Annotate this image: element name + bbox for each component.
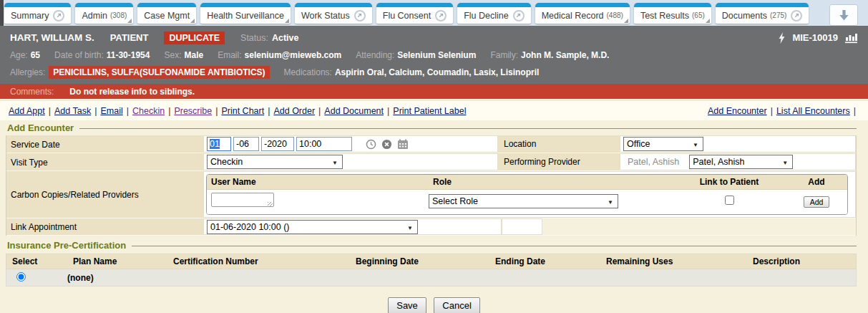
dropdown-fold-icon	[624, 19, 628, 23]
service-date-day-input[interactable]: -06	[233, 137, 259, 151]
insurance-heading: Insurance Pre-Certification	[7, 239, 857, 252]
family-field: Family:John M. Sample, M.D.	[490, 50, 609, 60]
link-checkin[interactable]: Checkin	[132, 106, 165, 116]
action-links-row: Add Appt| Add Task| Email| Checkin| Pres…	[0, 101, 868, 120]
patient-header: HART, WILLIAM S. PATIENT DUPLICATE Statu…	[0, 26, 868, 84]
dob-field: Date of birth:11-30-1954	[54, 50, 150, 60]
tab-case-mgmt[interactable]: Case Mgmt	[137, 3, 196, 24]
attending-field: Attending:Selenium Selenium	[356, 50, 476, 60]
link-appointment-label: Link Appointment	[6, 218, 203, 235]
link-add-encounter[interactable]: Add Encounter	[708, 106, 767, 116]
insurance-table: Select Plan Name Certification Number Be…	[6, 254, 857, 286]
comments-label: Comments:	[10, 87, 54, 97]
save-button[interactable]: Save	[388, 297, 426, 313]
dropdown-fold-icon	[190, 19, 195, 23]
sex-field: Sex:Male	[164, 50, 203, 60]
link-add-task[interactable]: Add Task	[54, 106, 91, 116]
age-field: Age:65	[10, 50, 40, 60]
lightning-icon[interactable]	[778, 32, 786, 44]
link-appointment-row: Link Appointment 01-06-2020 10:00 ()	[6, 218, 856, 236]
allergies-field: Allergies:PENICILLINS, SULFA(SULFONAMIDE…	[10, 67, 270, 77]
plan-name-cell: (none)	[67, 273, 167, 283]
insurance-table-row: (none)	[6, 269, 857, 286]
download-button[interactable]	[829, 4, 858, 26]
patient-tab-bar: Summary Admin (308) Case Mgmt Health Sur…	[0, 0, 868, 26]
role-header: Role	[429, 175, 665, 189]
down-arrow-icon	[838, 9, 850, 21]
carbon-copies-label: Carbon Copies/Related Providers	[6, 171, 203, 218]
flowsheet-chart-icon[interactable]	[844, 32, 858, 44]
external-link-icon	[791, 10, 802, 21]
patient-type-label: PATIENT	[110, 32, 149, 43]
cancel-button[interactable]: Cancel	[434, 297, 479, 313]
left-edge-sliver	[0, 0, 4, 26]
tab-flu-decline[interactable]: Flu Decline	[457, 3, 531, 24]
service-date-year-input[interactable]: -2020	[261, 137, 294, 151]
carbon-copies-box: User Name Role Link to Patient Add Selec…	[206, 174, 848, 215]
add-header: Add	[794, 175, 839, 189]
service-time-input[interactable]: 10:00	[296, 137, 352, 151]
section-title: Add Encounter	[7, 122, 74, 133]
precert-radio[interactable]	[16, 272, 26, 281]
carbon-copies-input-row: Select Role Add	[207, 190, 847, 214]
comments-bar: Comments: Do not release info to sibling…	[0, 84, 868, 101]
clock-icon[interactable]	[366, 139, 376, 150]
link-list-all-encounters[interactable]: List All Encounters	[776, 106, 850, 116]
add-encounter-heading: Add Encounter	[7, 121, 857, 135]
medications-field: Medications:Aspirin Oral, Calcium, Couma…	[284, 67, 540, 77]
performing-provider-text: Patel, Ashish	[628, 157, 679, 167]
user-name-header: User Name	[207, 175, 429, 189]
link-appointment-select[interactable]: 01-06-2020 10:00 ()	[207, 220, 418, 234]
carbon-copies-header: User Name Role Link to Patient Add	[207, 175, 847, 190]
carbon-copies-row: Carbon Copies/Related Providers User Nam…	[6, 171, 856, 218]
chart-id: MIE-10019	[792, 32, 838, 43]
dropdown-fold-icon	[706, 19, 710, 23]
section-title: Insurance Pre-Certification	[7, 240, 126, 251]
left-action-links: Add Appt| Add Task| Email| Checkin| Pres…	[9, 106, 466, 116]
comments-text: Do not release info to siblings.	[69, 87, 195, 97]
service-date-row: Service Date 01 -06 -2020 10:00 Location…	[6, 135, 856, 153]
add-encounter-form: Service Date 01 -06 -2020 10:00 Location…	[6, 135, 857, 236]
location-label: Location	[498, 135, 620, 153]
add-cc-button[interactable]: Add	[804, 196, 830, 208]
tab-work-status[interactable]: Work Status	[295, 3, 372, 24]
tab-test-results[interactable]: Test Results (65)	[634, 3, 711, 24]
tab-medical-record[interactable]: Medical Record (488)	[535, 3, 630, 24]
dropdown-fold-icon	[285, 19, 289, 23]
tab-admin[interactable]: Admin (308)	[75, 3, 133, 24]
external-link-icon	[53, 10, 64, 21]
location-select[interactable]: Office	[623, 137, 703, 151]
link-to-patient-checkbox[interactable]	[725, 196, 734, 205]
service-date-label: Service Date	[6, 135, 203, 153]
link-email[interactable]: Email	[100, 106, 122, 116]
external-link-icon	[513, 10, 525, 21]
allergy-alert-chip[interactable]: PENICILLINS, SULFA(SULFONAMIDE ANTIBIOTI…	[49, 66, 269, 79]
role-select[interactable]: Select Role	[429, 194, 618, 208]
email-field: Email:selenium@mieweb.com	[218, 50, 341, 60]
visit-type-label: Visit Type	[6, 153, 203, 170]
status-value: Active	[272, 33, 299, 43]
clear-icon[interactable]	[381, 139, 392, 150]
tab-health-surveillance[interactable]: Health Surveillance	[200, 3, 291, 24]
tab-flu-consent[interactable]: Flu Consent	[376, 3, 453, 24]
link-add-order[interactable]: Add Order	[273, 106, 315, 116]
user-name-input[interactable]	[211, 193, 274, 207]
link-prescribe[interactable]: Prescribe	[174, 106, 212, 116]
insurance-table-header: Select Plan Name Certification Number Be…	[6, 254, 857, 269]
link-print-chart[interactable]: Print Chart	[221, 106, 264, 116]
service-date-month-input[interactable]: 01	[207, 137, 231, 151]
performing-provider-select[interactable]: Patel, Ashish	[689, 155, 793, 169]
tab-documents[interactable]: Documents (275)	[716, 3, 809, 24]
footer-buttons: Save Cancel	[0, 297, 868, 313]
resize-grip-icon[interactable]	[268, 202, 273, 207]
link-print-patient-label[interactable]: Print Patient Label	[393, 106, 466, 116]
tab-summary[interactable]: Summary	[4, 3, 71, 24]
patient-name: HART, WILLIAM S.	[10, 32, 94, 43]
link-add-document[interactable]: Add Document	[324, 106, 384, 116]
duplicate-badge[interactable]: DUPLICATE	[164, 32, 225, 44]
link-add-appt[interactable]: Add Appt	[9, 106, 45, 116]
link-to-patient-header: Link to Patient	[665, 175, 794, 189]
dropdown-fold-icon	[127, 19, 132, 23]
calendar-icon[interactable]	[397, 139, 409, 150]
visit-type-select[interactable]: Checkin	[207, 155, 343, 169]
